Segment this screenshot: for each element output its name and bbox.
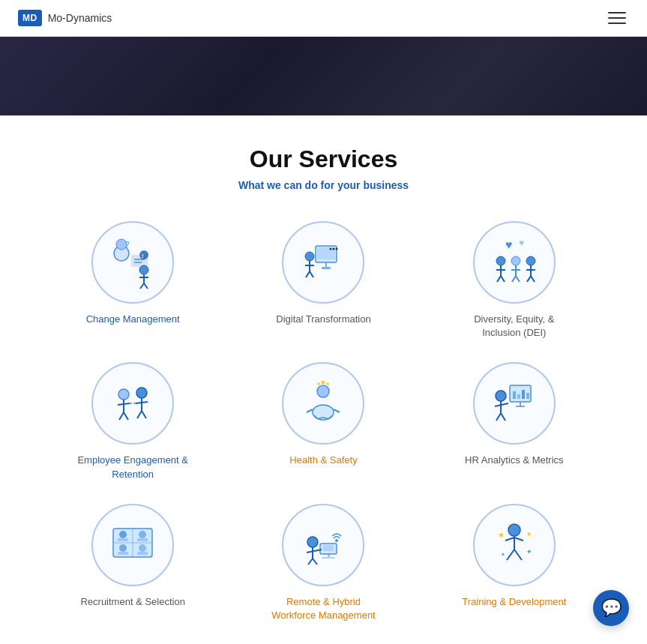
svg-line-11	[140, 283, 144, 289]
hamburger-line-3	[608, 22, 626, 24]
change-management-label: Change Management	[86, 313, 180, 326]
remote-hybrid-icon	[293, 515, 353, 575]
svg-line-55	[307, 409, 313, 412]
svg-rect-85	[328, 554, 330, 557]
svg-line-51	[142, 411, 146, 418]
svg-line-98	[514, 550, 522, 560]
svg-rect-61	[513, 391, 516, 399]
svg-point-27	[496, 256, 505, 265]
svg-rect-16	[322, 267, 331, 269]
change-management-icon-circle: ? !	[91, 221, 174, 304]
service-item-remote-hybrid[interactable]: Remote & Hybrid Workforce Management	[235, 504, 411, 622]
svg-rect-14	[317, 247, 335, 259]
menu-button[interactable]	[605, 9, 629, 27]
svg-point-92	[335, 539, 338, 542]
section-title: Our Services	[45, 145, 602, 173]
hero-banner	[0, 37, 647, 115]
recruitment-icon	[103, 515, 163, 575]
svg-line-12	[144, 283, 148, 289]
svg-line-21	[310, 271, 313, 277]
svg-line-96	[514, 538, 523, 541]
svg-line-44	[118, 403, 130, 405]
svg-rect-62	[517, 394, 520, 399]
svg-point-53	[317, 385, 329, 397]
recruitment-icon-circle	[91, 504, 174, 586]
service-item-training[interactable]: ★ ★ ✦ ✦ Training & Development	[427, 504, 602, 622]
svg-line-90	[308, 559, 313, 565]
svg-point-87	[307, 537, 318, 547]
svg-line-35	[512, 276, 516, 282]
hamburger-line-1	[608, 12, 626, 13]
service-item-change-management[interactable]: ? ! Change Management	[45, 221, 220, 340]
training-label: Training & Development	[462, 595, 566, 609]
svg-rect-78	[137, 538, 148, 541]
main-content: Our Services What we can do for your bus…	[0, 115, 647, 644]
svg-text:!: !	[142, 253, 144, 259]
svg-line-50	[137, 411, 142, 418]
service-item-dei[interactable]: ♥ ♥	[427, 221, 602, 340]
service-item-health-safety[interactable]: Health & Safety	[235, 362, 411, 481]
health-safety-label: Health & Safety	[289, 454, 357, 467]
svg-point-79	[119, 544, 127, 552]
svg-line-95	[505, 538, 514, 541]
svg-point-37	[526, 256, 535, 265]
svg-rect-76	[118, 538, 128, 541]
svg-point-57	[317, 382, 320, 385]
svg-rect-86	[322, 557, 335, 559]
svg-point-93	[508, 524, 520, 536]
chat-button[interactable]: 💬	[593, 590, 629, 626]
svg-rect-82	[137, 552, 148, 555]
svg-text:✦: ✦	[526, 548, 532, 556]
svg-point-47	[136, 388, 147, 398]
digital-transformation-icon-circle	[282, 221, 364, 304]
svg-point-59	[326, 382, 329, 385]
hr-analytics-label: HR Analytics & Metrics	[465, 454, 563, 467]
dei-icon: ♥ ♥	[484, 232, 544, 292]
svg-point-8	[139, 265, 148, 274]
recruitment-label: Recruitment & Selection	[80, 595, 184, 609]
svg-point-22	[330, 248, 332, 250]
logo[interactable]: MD Mo-Dynamics	[18, 10, 112, 26]
logo-abbr: MD	[18, 10, 42, 26]
svg-line-71	[501, 413, 505, 421]
svg-line-89	[307, 550, 322, 553]
svg-line-45	[119, 412, 124, 420]
svg-line-40	[527, 276, 531, 282]
service-item-digital-transformation[interactable]: Digital Transformation	[235, 221, 411, 340]
svg-line-70	[496, 413, 501, 421]
digital-transformation-label: Digital Transformation	[276, 313, 370, 326]
svg-line-30	[497, 276, 501, 282]
digital-transformation-icon	[293, 232, 353, 292]
svg-line-91	[313, 559, 317, 565]
svg-line-49	[136, 402, 148, 403]
svg-point-67	[496, 391, 506, 401]
section-subtitle: What we can do for your business	[45, 179, 602, 191]
svg-line-41	[531, 276, 535, 282]
service-item-hr-analytics[interactable]: HR Analytics & Metrics	[427, 362, 602, 481]
hamburger-line-2	[608, 17, 626, 19]
svg-point-23	[333, 248, 335, 250]
svg-text:♥: ♥	[519, 238, 524, 248]
svg-rect-84	[323, 545, 334, 551]
svg-point-42	[118, 389, 129, 400]
service-item-recruitment[interactable]: Recruitment & Selection	[45, 504, 220, 622]
health-safety-icon-circle	[282, 362, 364, 445]
dei-icon-circle: ♥ ♥	[473, 221, 556, 304]
service-item-employee-engagement[interactable]: Employee Engagement & Retention	[45, 362, 220, 481]
employee-engagement-icon-circle	[91, 362, 174, 445]
svg-point-77	[139, 531, 146, 538]
employee-engagement-label: Employee Engagement & Retention	[73, 454, 193, 481]
change-management-icon: ? !	[103, 232, 163, 292]
svg-line-36	[516, 276, 520, 282]
remote-hybrid-icon-circle	[282, 504, 364, 586]
svg-text:?: ?	[125, 241, 130, 249]
svg-line-31	[501, 276, 505, 282]
svg-line-20	[306, 271, 310, 277]
dei-label: Diversity, Equity, & Inclusion (DEI)	[454, 313, 574, 340]
svg-point-6	[139, 250, 148, 259]
svg-point-58	[322, 381, 325, 385]
svg-point-32	[511, 256, 520, 265]
hr-analytics-icon	[484, 373, 544, 433]
svg-rect-63	[522, 390, 525, 399]
svg-line-56	[334, 409, 340, 412]
